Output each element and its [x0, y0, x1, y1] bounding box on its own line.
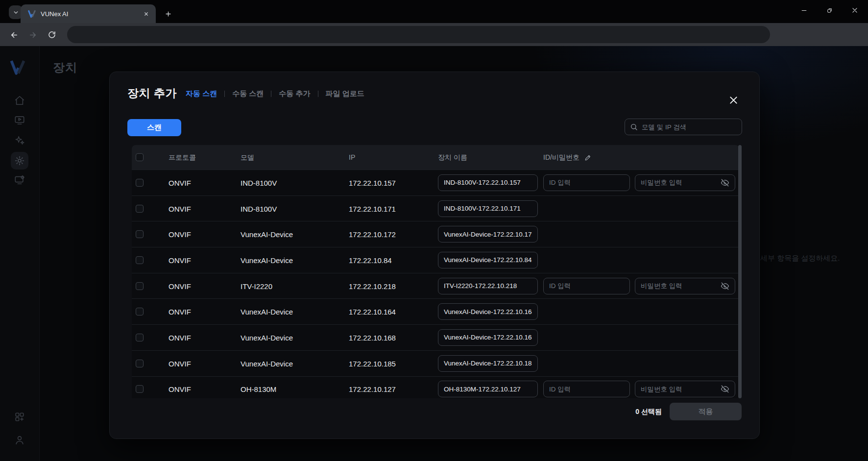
tab-close-icon[interactable] [141, 9, 151, 19]
header-device-name: 장치 이름 [438, 145, 467, 170]
ai-sparkles-icon[interactable] [14, 135, 25, 146]
browser-tab[interactable]: VUNex AI [21, 4, 156, 23]
device-name-input[interactable] [444, 308, 532, 315]
device-name-input[interactable] [444, 205, 532, 212]
tab-divider [271, 91, 271, 97]
tab-manual-add[interactable]: 수동 추가 [279, 89, 310, 98]
maximize-button[interactable] [818, 0, 841, 21]
model-cell: VunexAI-Device [241, 308, 293, 316]
id-input[interactable] [549, 179, 624, 186]
tab-divider [318, 91, 318, 97]
select-all-checkbox[interactable] [136, 153, 144, 161]
id-field[interactable] [543, 278, 630, 294]
table-row[interactable]: ONVIF ITV-I2220 172.22.10.218 [132, 273, 739, 299]
forward-button[interactable] [24, 26, 42, 44]
password-input[interactable] [641, 282, 718, 290]
minimize-button[interactable] [793, 0, 815, 21]
device-name-field[interactable] [438, 278, 538, 294]
tab-file-upload[interactable]: 파일 업로드 [326, 89, 364, 98]
ip-cell: 172.22.10.172 [349, 230, 396, 239]
model-ip-search[interactable] [625, 119, 742, 135]
table-row[interactable]: ONVIF OH-8130M 172.22.10.127 [132, 376, 739, 399]
table-row[interactable]: ONVIF VunexAI-Device 172.22.10.164 [132, 298, 739, 324]
device-name-field[interactable] [438, 329, 538, 346]
page-title: 장치 [53, 60, 77, 75]
device-name-input[interactable] [444, 179, 532, 186]
table-row[interactable]: ONVIF VunexAI-Device 172.22.10.185 [132, 350, 739, 376]
device-name-input[interactable] [444, 360, 532, 367]
row-checkbox[interactable] [136, 360, 144, 367]
row-checkbox[interactable] [136, 205, 144, 213]
row-checkbox[interactable] [136, 385, 144, 393]
row-checkbox[interactable] [136, 308, 144, 315]
password-field[interactable] [635, 278, 735, 294]
device-name-input[interactable] [444, 334, 532, 341]
apply-button[interactable]: 적용 [670, 403, 742, 420]
id-input[interactable] [549, 282, 624, 290]
device-name-field[interactable] [438, 174, 538, 191]
model-cell: IND-8100V [241, 204, 277, 213]
home-icon[interactable] [14, 95, 25, 106]
header-ip: IP [349, 145, 355, 170]
row-checkbox[interactable] [136, 179, 144, 187]
id-input[interactable] [549, 386, 624, 393]
device-name-field[interactable] [438, 381, 538, 397]
tab-manual-scan[interactable]: 수동 스캔 [232, 89, 264, 98]
search-input[interactable] [642, 123, 737, 131]
id-field[interactable] [543, 174, 630, 191]
row-checkbox[interactable] [136, 230, 144, 238]
device-name-field[interactable] [438, 355, 538, 372]
table-scrollbar[interactable] [738, 145, 742, 398]
ip-cell: 172.22.10.171 [349, 204, 396, 213]
reload-button[interactable] [43, 26, 61, 44]
eye-off-icon[interactable] [721, 282, 729, 291]
device-name-field[interactable] [438, 252, 538, 268]
eye-off-icon[interactable] [721, 178, 729, 187]
device-name-field[interactable] [438, 200, 538, 217]
edit-pencil-icon[interactable] [584, 154, 592, 161]
device-name-input[interactable] [444, 282, 532, 290]
device-name-input[interactable] [444, 386, 532, 393]
settings-nav-item[interactable] [11, 152, 28, 170]
password-input[interactable] [641, 179, 718, 186]
address-input[interactable] [67, 26, 770, 43]
device-name-input[interactable] [444, 256, 532, 264]
id-field[interactable] [543, 381, 630, 397]
table-row[interactable]: ONVIF IND-8100V 172.22.10.171 [132, 195, 739, 221]
browser-toolbar [0, 23, 868, 46]
row-checkbox[interactable] [136, 334, 144, 341]
modal-title: 장치 추가 [127, 86, 177, 101]
modal-close-button[interactable] [726, 93, 741, 107]
device-name-field[interactable] [438, 303, 538, 320]
vunex-sidebar-logo-icon[interactable] [9, 59, 26, 75]
scan-button[interactable]: 스캔 [127, 119, 181, 136]
eye-off-icon[interactable] [721, 385, 729, 393]
password-field[interactable] [635, 381, 735, 397]
device-name-field[interactable] [438, 226, 538, 243]
window-close-button[interactable] [844, 0, 866, 21]
close-icon [851, 7, 858, 14]
settings-gear-icon [14, 155, 25, 166]
device-name-input[interactable] [444, 231, 532, 238]
user-profile-icon[interactable] [14, 435, 25, 445]
password-input[interactable] [641, 386, 718, 393]
protocol-cell: ONVIF [169, 308, 191, 316]
header-protocol: 프로토콜 [169, 145, 196, 170]
table-row[interactable]: ONVIF IND-8100V 172.22.10.157 [132, 170, 739, 195]
row-checkbox[interactable] [136, 256, 144, 264]
tab-auto-scan[interactable]: 자동 스캔 [186, 89, 217, 98]
address-bar[interactable] [67, 26, 770, 43]
table-row[interactable]: ONVIF VunexAI-Device 172.22.10.84 [132, 247, 739, 273]
model-cell: ITV-I2220 [241, 282, 272, 290]
live-view-icon[interactable] [14, 115, 25, 125]
model-cell: VunexAI-Device [241, 256, 293, 264]
apps-add-icon[interactable] [14, 412, 25, 422]
new-tab-button[interactable] [162, 7, 174, 20]
device-monitor-icon[interactable] [14, 174, 25, 185]
table-row[interactable]: ONVIF VunexAI-Device 172.22.10.172 [132, 221, 739, 247]
add-device-modal: 장치 추가 자동 스캔 수동 스캔 수동 추가 파일 업로드 스캔 프로토콜 모… [109, 72, 760, 439]
back-button[interactable] [5, 26, 23, 44]
table-row[interactable]: ONVIF VunexAI-Device 172.22.10.168 [132, 324, 739, 350]
password-field[interactable] [635, 174, 735, 191]
row-checkbox[interactable] [136, 282, 144, 290]
